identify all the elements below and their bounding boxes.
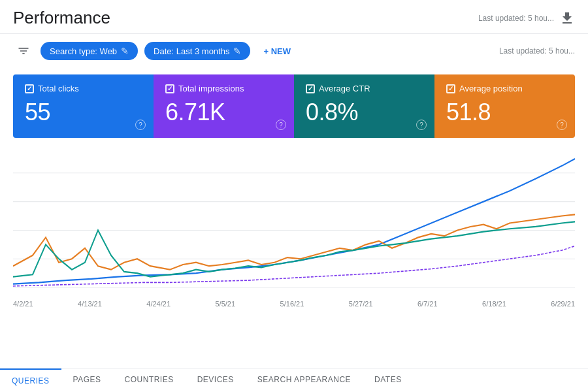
metric-card-clicks[interactable]: Total clicks 55 ? <box>13 74 154 138</box>
search-type-chip[interactable]: Search type: Web ✎ <box>41 42 138 60</box>
x-label-2: 4/24/21 <box>146 300 171 308</box>
metric-value-ctr: 0.8% <box>306 99 423 126</box>
x-label-4: 5/16/21 <box>280 300 304 308</box>
tab-countries[interactable]: COUNTRIES <box>112 368 185 392</box>
x-label-1: 4/13/21 <box>78 300 102 308</box>
search-type-edit-icon: ✎ <box>121 46 129 56</box>
metric-help-impressions[interactable]: ? <box>276 120 286 130</box>
metric-title-impressions: Total impressions <box>178 84 244 93</box>
metric-label-clicks: Total clicks <box>25 84 142 93</box>
metric-label-impressions: Total impressions <box>165 84 282 93</box>
metric-checkbox-impressions <box>165 84 174 93</box>
tab-search-appearance[interactable]: SEARCH APPEARANCE <box>246 368 363 392</box>
new-filter-button[interactable]: + NEW <box>257 42 297 60</box>
metric-label-position: Average position <box>446 84 563 93</box>
metric-help-position[interactable]: ? <box>557 120 567 130</box>
download-icon[interactable] <box>559 10 575 26</box>
x-label-8: 6/29/21 <box>551 300 575 308</box>
date-range-edit-icon: ✎ <box>233 46 241 56</box>
metric-title-ctr: Average CTR <box>319 84 370 93</box>
filter-icon-button[interactable] <box>13 41 34 61</box>
metric-card-impressions[interactable]: Total impressions 6.71K ? <box>154 74 294 138</box>
metric-value-impressions: 6.71K <box>165 99 282 126</box>
metric-title-position: Average position <box>459 84 523 93</box>
x-label-5: 5/27/21 <box>349 300 373 308</box>
chart-svg <box>13 144 575 295</box>
tab-dates[interactable]: DATES <box>363 368 414 392</box>
last-updated: Last updated: 5 hou... <box>478 14 554 23</box>
tab-pages[interactable]: PAGES <box>61 368 113 392</box>
toolbar: Search type: Web ✎ Date: Last 3 months ✎… <box>0 34 588 68</box>
chart-area: 4/2/21 4/13/21 4/24/21 5/5/21 5/16/21 5/… <box>13 144 575 295</box>
metric-title-clicks: Total clicks <box>38 84 79 93</box>
date-range-label: Date: Last 3 months <box>154 46 229 56</box>
search-type-label: Search type: Web <box>50 46 117 56</box>
page-title: Performance <box>13 8 110 28</box>
metric-checkbox-ctr <box>306 84 315 93</box>
date-range-chip[interactable]: Date: Last 3 months ✎ <box>144 42 250 60</box>
metric-value-position: 51.8 <box>446 99 563 126</box>
metric-checkbox-clicks <box>25 84 34 93</box>
metric-card-ctr[interactable]: Average CTR 0.8% ? <box>294 74 434 138</box>
header-right: Last updated: 5 hou... <box>478 10 575 26</box>
new-filter-label: + NEW <box>263 46 291 56</box>
metric-checkbox-position <box>446 84 455 93</box>
metric-help-ctr[interactable]: ? <box>416 120 427 130</box>
header: Performance Last updated: 5 hou... <box>0 0 588 34</box>
last-updated-label: Last updated: 5 hou... <box>499 46 575 56</box>
metric-help-clicks[interactable]: ? <box>135 120 146 130</box>
x-label-3: 5/5/21 <box>216 300 236 308</box>
metric-label-ctr: Average CTR <box>306 84 423 93</box>
tab-devices[interactable]: DEVICES <box>186 368 246 392</box>
x-label-6: 6/7/21 <box>417 300 438 308</box>
metric-card-position[interactable]: Average position 51.8 ? <box>434 74 575 138</box>
bottom-tabs: QUERIES PAGES COUNTRIES DEVICES SEARCH A… <box>0 368 588 392</box>
metrics-row: Total clicks 55 ? Total impressions 6.71… <box>13 74 575 138</box>
chart-x-labels: 4/2/21 4/13/21 4/24/21 5/5/21 5/16/21 5/… <box>13 297 575 308</box>
tab-queries[interactable]: QUERIES <box>0 368 61 392</box>
x-label-7: 6/18/21 <box>482 300 506 308</box>
metric-value-clicks: 55 <box>25 99 142 126</box>
x-label-0: 4/2/21 <box>13 300 33 308</box>
